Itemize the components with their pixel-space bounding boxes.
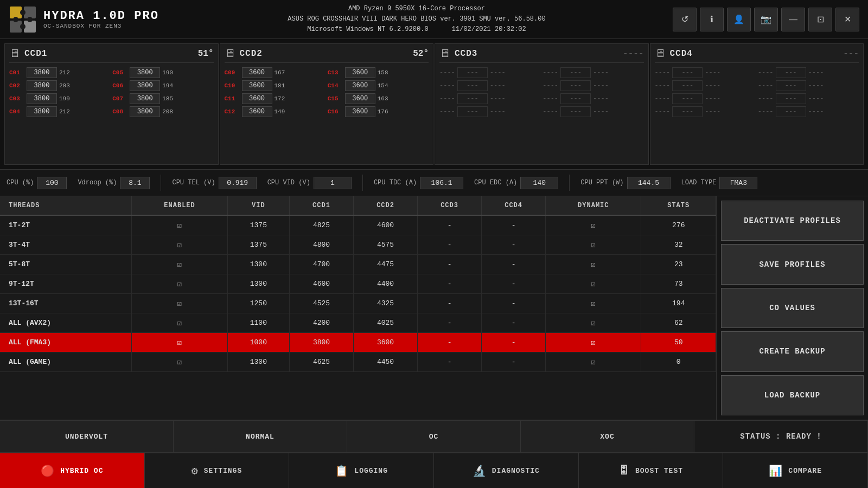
enabled-checkbox[interactable]: ☑ bbox=[177, 260, 182, 269]
boost-test-icon: 🎛 bbox=[618, 464, 630, 477]
cell-enabled[interactable]: ☑ bbox=[132, 255, 227, 274]
nav-boost-test[interactable]: 🎛 BOOST TEST bbox=[579, 453, 724, 488]
dynamic-checkbox[interactable]: ☑ bbox=[591, 260, 596, 269]
c02-input[interactable] bbox=[27, 80, 57, 91]
nav-diagnostic[interactable]: 🔬 DIAGNOSTIC bbox=[434, 453, 579, 488]
cpu-tel-label: CPU TEL (V) bbox=[172, 179, 215, 187]
info-btn[interactable]: ℹ bbox=[700, 8, 724, 31]
cpu-edc-input[interactable] bbox=[520, 177, 558, 189]
c05-input[interactable] bbox=[130, 67, 160, 78]
cpu-ppt-input[interactable] bbox=[627, 177, 671, 189]
nav-logging[interactable]: 📋 LOGGING bbox=[289, 453, 434, 488]
cell-dynamic[interactable]: ☑ bbox=[546, 255, 641, 274]
cell-dynamic[interactable]: ☑ bbox=[546, 274, 641, 294]
c12-input[interactable] bbox=[242, 106, 272, 117]
dynamic-checkbox[interactable]: ☑ bbox=[591, 358, 596, 367]
xoc-button[interactable]: XOC bbox=[521, 421, 694, 452]
load-backup-button[interactable]: LOAD BACKUP bbox=[721, 375, 864, 415]
dynamic-checkbox[interactable]: ☑ bbox=[591, 280, 596, 288]
cell-enabled[interactable]: ☑ bbox=[132, 215, 227, 235]
minimize-btn[interactable]: — bbox=[781, 8, 805, 31]
cell-ccd2: 4325 bbox=[354, 294, 418, 313]
core-c01: C01 212 bbox=[9, 67, 110, 78]
cell-enabled[interactable]: ☑ bbox=[132, 274, 227, 294]
dynamic-checkbox[interactable]: ☑ bbox=[591, 299, 596, 308]
ccd3-header: 🖥 CCD3 ---- bbox=[439, 47, 644, 63]
co-values-button[interactable]: CO VALUES bbox=[721, 288, 864, 328]
c14-input[interactable] bbox=[345, 80, 375, 91]
hybrid-oc-icon: 🔴 bbox=[41, 464, 55, 478]
profile-btn[interactable]: 👤 bbox=[727, 8, 751, 31]
dynamic-checkbox[interactable]: ☑ bbox=[591, 338, 596, 347]
cpu-tel-input[interactable] bbox=[219, 177, 257, 189]
cell-enabled[interactable]: ☑ bbox=[132, 294, 227, 313]
screenshot-btn[interactable]: 📷 bbox=[754, 8, 778, 31]
cell-dynamic[interactable]: ☑ bbox=[546, 294, 641, 313]
nav-hybrid-oc[interactable]: 🔴 HYBRID OC bbox=[0, 453, 145, 488]
c09-input[interactable] bbox=[242, 67, 272, 78]
svg-rect-1 bbox=[24, 7, 36, 18]
c15-input[interactable] bbox=[345, 93, 375, 104]
c16-input[interactable] bbox=[345, 106, 375, 117]
enabled-checkbox[interactable]: ☑ bbox=[177, 338, 182, 347]
c08-input[interactable] bbox=[130, 106, 160, 117]
dynamic-checkbox[interactable]: ☑ bbox=[591, 319, 596, 328]
enabled-checkbox[interactable]: ☑ bbox=[177, 221, 182, 230]
cell-dynamic[interactable]: ☑ bbox=[546, 235, 641, 255]
load-type-input[interactable] bbox=[719, 177, 757, 189]
table-row[interactable]: 13T-16T ☑ 1250 4525 4325 - - ☑ 194 bbox=[0, 294, 716, 313]
oc-button[interactable]: OC bbox=[347, 421, 521, 452]
create-backup-button[interactable]: CREATE BACKUP bbox=[721, 331, 864, 371]
c03-input[interactable] bbox=[27, 93, 57, 104]
undervolt-button[interactable]: UNDERVOLT bbox=[0, 421, 174, 452]
cell-ccd3: - bbox=[418, 313, 482, 333]
cell-enabled[interactable]: ☑ bbox=[132, 352, 227, 372]
enabled-checkbox[interactable]: ☑ bbox=[177, 280, 182, 288]
c07-input[interactable] bbox=[130, 93, 160, 104]
cell-enabled[interactable]: ☑ bbox=[132, 235, 227, 255]
save-profiles-button[interactable]: SAVE PROFILES bbox=[721, 244, 864, 284]
profiles-table: THREADS ENABLED VID CCD1 CCD2 CCD3 CCD4 … bbox=[0, 196, 716, 372]
cell-enabled[interactable]: ☑ bbox=[132, 313, 227, 333]
cpu-info: AMD Ryzen 9 5950X 16-Core Processor bbox=[161, 4, 673, 14]
table-row[interactable]: 9T-12T ☑ 1300 4600 4400 - - ☑ 73 bbox=[0, 274, 716, 294]
cpu-tdc-input[interactable] bbox=[420, 177, 463, 189]
cell-threads: 13T-16T bbox=[0, 294, 132, 313]
vdroop-input[interactable] bbox=[120, 177, 150, 189]
table-row[interactable]: ALL (AVX2) ☑ 1100 4200 4025 - - ☑ 62 bbox=[0, 313, 716, 333]
restore-btn[interactable]: ⊡ bbox=[808, 8, 832, 31]
table-row[interactable]: ALL (FMA3) ☑ 1000 3800 3600 - - ☑ 50 bbox=[0, 333, 716, 352]
normal-button[interactable]: NORMAL bbox=[174, 421, 347, 452]
c13-input[interactable] bbox=[345, 67, 375, 78]
c01-input[interactable] bbox=[27, 67, 57, 78]
enabled-checkbox[interactable]: ☑ bbox=[177, 358, 182, 367]
ccd2-panel: 🖥 CCD2 52° C09 167 C13 158 C10 181 C bbox=[220, 43, 434, 165]
enabled-checkbox[interactable]: ☑ bbox=[177, 241, 182, 249]
cell-enabled[interactable]: ☑ bbox=[132, 333, 227, 352]
table-row[interactable]: 1T-2T ☑ 1375 4825 4600 - - ☑ 276 bbox=[0, 215, 716, 235]
deactivate-profiles-button[interactable]: DEACTIVATE PROFILES bbox=[721, 201, 864, 241]
table-row[interactable]: 3T-4T ☑ 1375 4800 4575 - - ☑ 32 bbox=[0, 235, 716, 255]
dynamic-checkbox[interactable]: ☑ bbox=[591, 241, 596, 249]
close-btn[interactable]: ✕ bbox=[835, 8, 859, 31]
c11-input[interactable] bbox=[242, 93, 272, 104]
c10-input[interactable] bbox=[242, 80, 272, 91]
cell-dynamic[interactable]: ☑ bbox=[546, 352, 641, 372]
enabled-checkbox[interactable]: ☑ bbox=[177, 319, 182, 328]
cell-threads: ALL (FMA3) bbox=[0, 333, 132, 352]
refresh-btn[interactable]: ↺ bbox=[673, 8, 697, 31]
cell-dynamic[interactable]: ☑ bbox=[546, 215, 641, 235]
table-row[interactable]: ALL (GAME) ☑ 1300 4625 4450 - - ☑ 0 bbox=[0, 352, 716, 372]
cpu-pct-input[interactable] bbox=[37, 177, 67, 189]
nav-compare[interactable]: 📊 COMPARE bbox=[723, 453, 868, 488]
cpu-vid-input[interactable] bbox=[314, 177, 352, 189]
table-row[interactable]: 5T-8T ☑ 1300 4700 4475 - - ☑ 23 bbox=[0, 255, 716, 274]
cell-dynamic[interactable]: ☑ bbox=[546, 333, 641, 352]
enabled-checkbox[interactable]: ☑ bbox=[177, 299, 182, 308]
c04-input[interactable] bbox=[27, 106, 57, 117]
dynamic-checkbox[interactable]: ☑ bbox=[591, 221, 596, 230]
nav-settings[interactable]: ⚙ SETTINGS bbox=[145, 453, 290, 488]
col-ccd4: CCD4 bbox=[482, 196, 546, 215]
c06-input[interactable] bbox=[130, 80, 160, 91]
cell-dynamic[interactable]: ☑ bbox=[546, 313, 641, 333]
